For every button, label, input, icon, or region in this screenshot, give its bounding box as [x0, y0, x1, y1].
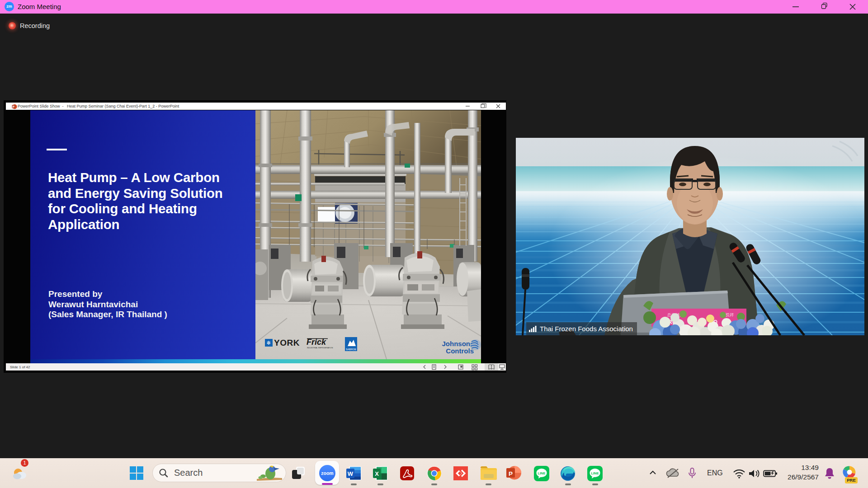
- svg-text:YORK: YORK: [274, 338, 300, 347]
- svg-text:❄: ❄: [266, 340, 271, 346]
- svg-text:Johnson: Johnson: [442, 340, 471, 347]
- svg-text:W: W: [348, 470, 354, 477]
- svg-text:X: X: [375, 470, 379, 477]
- svg-text:LINE: LINE: [591, 471, 599, 475]
- svg-text:LINE: LINE: [538, 471, 545, 475]
- svg-text:SABROE: SABROE: [346, 348, 356, 351]
- svg-text:Controls: Controls: [446, 347, 474, 355]
- svg-text:INDUSTRIAL REFRIGERATION: INDUSTRIAL REFRIGERATION: [307, 347, 333, 349]
- svg-text:P: P: [509, 470, 513, 477]
- svg-text:P: P: [13, 105, 15, 108]
